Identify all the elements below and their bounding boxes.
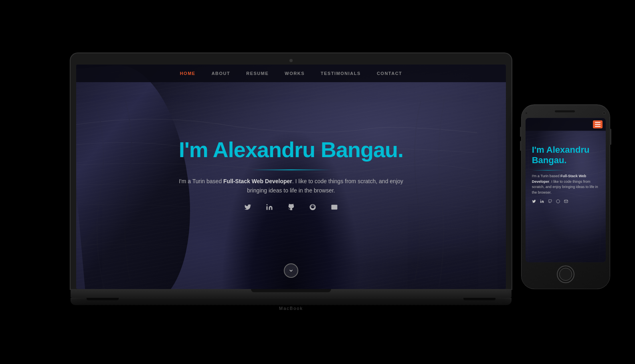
phone-home-button-inner (559, 268, 572, 281)
phone-home-button[interactable] (557, 265, 574, 283)
phone-device: I'm Alexandru Bangau. I'm a Turin based … (522, 105, 610, 289)
phone-outer: I'm Alexandru Bangau. I'm a Turin based … (522, 105, 610, 289)
phone-volume-up-button (520, 127, 522, 137)
svg-point-1 (540, 200, 541, 200)
nav-works[interactable]: WORKS (285, 71, 305, 76)
phone-front-camera (603, 111, 606, 115)
nav-about[interactable]: ABOUT (212, 71, 231, 76)
laptop-base (71, 289, 512, 298)
svg-point-2 (556, 200, 559, 203)
laptop-device: HOME ABOUT RESUME WORKS TESTIMONIALS CON… (71, 53, 512, 311)
phone-email-icon[interactable] (564, 200, 568, 204)
email-icon[interactable] (331, 204, 338, 213)
laptop-camera (289, 59, 293, 62)
hamburger-line-3 (595, 126, 601, 127)
laptop-hinge (251, 289, 331, 292)
linkedin-icon[interactable] (266, 204, 273, 213)
laptop-feet (71, 298, 512, 300)
skype-icon[interactable] (309, 204, 316, 213)
phone-twitter-icon[interactable] (532, 200, 536, 204)
nav-home[interactable]: HOME (180, 71, 196, 76)
laptop-screen-outer: HOME ABOUT RESUME WORKS TESTIMONIALS CON… (71, 53, 512, 289)
nav-contact[interactable]: CONTACT (377, 71, 402, 76)
hero-content: I'm Alexandru Bangau. I'm a Turin based … (171, 138, 411, 213)
phone-navbar (526, 118, 606, 131)
phone-hamburger-menu[interactable] (593, 120, 603, 128)
phone-screen: I'm Alexandru Bangau. I'm a Turin based … (526, 118, 606, 262)
laptop-foot-left (87, 298, 119, 300)
phone-top-area (526, 110, 606, 115)
phone-speaker (555, 110, 575, 112)
phone-sensor (526, 112, 527, 114)
phone-hero-subtitle: I'm a Turin based Full-Stack Web Develop… (532, 174, 599, 196)
hero-social-icons (171, 204, 411, 213)
phone-subtitle-plain: I'm a Turin based (532, 174, 560, 178)
chevron-down-icon (288, 268, 294, 273)
hero-subtitle: I'm a Turin based Full-Stack Web Develop… (171, 177, 411, 195)
laptop-foot-right (463, 298, 495, 300)
github-icon[interactable] (287, 204, 295, 213)
subtitle-bold: Full-Stack Web Developer (223, 178, 292, 184)
laptop-screen: HOME ABOUT RESUME WORKS TESTIMONIALS CON… (76, 65, 506, 289)
phone-social-icons (532, 200, 599, 204)
phone-skype-icon[interactable] (556, 200, 560, 204)
scroll-down-button[interactable] (284, 263, 298, 278)
laptop-bottom (71, 298, 512, 305)
nav-resume[interactable]: RESUME (246, 71, 269, 76)
phone-bottom-area (526, 265, 606, 283)
twitter-icon[interactable] (244, 204, 251, 213)
hamburger-line-1 (595, 122, 601, 123)
svg-point-0 (267, 204, 268, 205)
phone-hero-title: I'm Alexandru Bangau. (532, 145, 599, 166)
phone-side-button-right (610, 129, 611, 145)
hero-divider (251, 170, 331, 170)
phone-github-icon[interactable] (548, 200, 552, 204)
macbook-label: MacBook (71, 306, 512, 311)
laptop-navbar: HOME ABOUT RESUME WORKS TESTIMONIALS CON… (76, 65, 506, 82)
phone-volume-down-button (520, 141, 522, 151)
nav-testimonials[interactable]: TESTIMONIALS (321, 71, 361, 76)
hero-title: I'm Alexandru Bangau. (171, 138, 411, 162)
scene: HOME ABOUT RESUME WORKS TESTIMONIALS CON… (0, 0, 635, 364)
subtitle-plain: I'm a Turin based (179, 178, 223, 184)
phone-hero-divider (532, 170, 564, 171)
phone-linkedin-icon[interactable] (540, 200, 544, 204)
hamburger-line-2 (595, 124, 601, 125)
phone-hero-content: I'm Alexandru Bangau. I'm a Turin based … (526, 140, 606, 209)
